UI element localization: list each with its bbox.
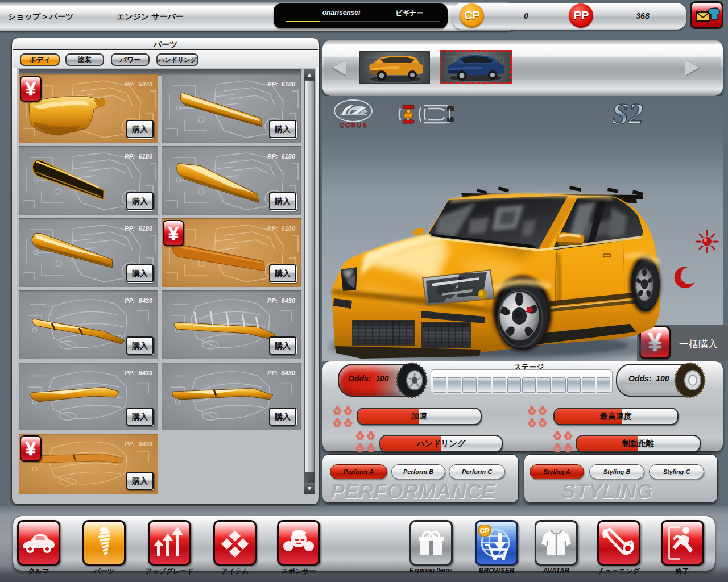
svg-text:S2: S2: [612, 98, 643, 130]
svg-text:CP: CP: [480, 527, 490, 535]
